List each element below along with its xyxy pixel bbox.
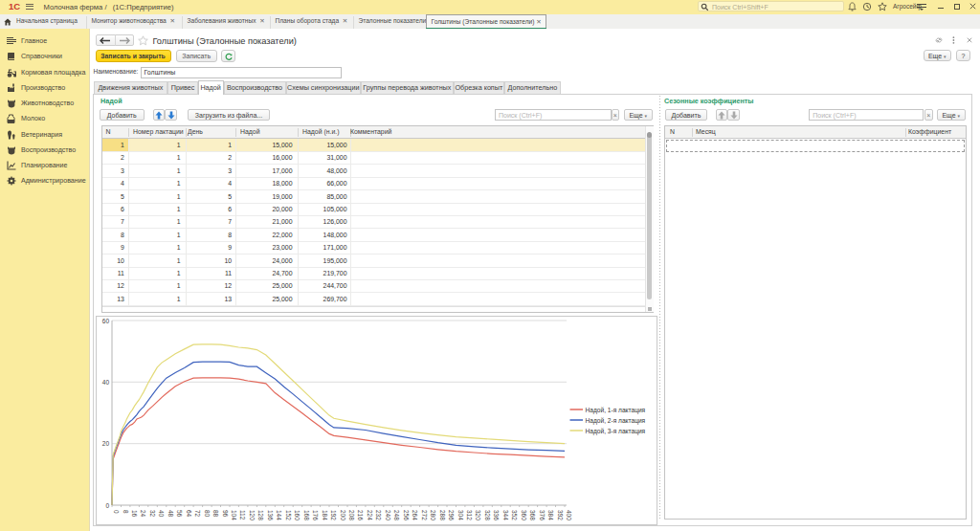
svg-text:1С: 1С — [9, 2, 20, 11]
